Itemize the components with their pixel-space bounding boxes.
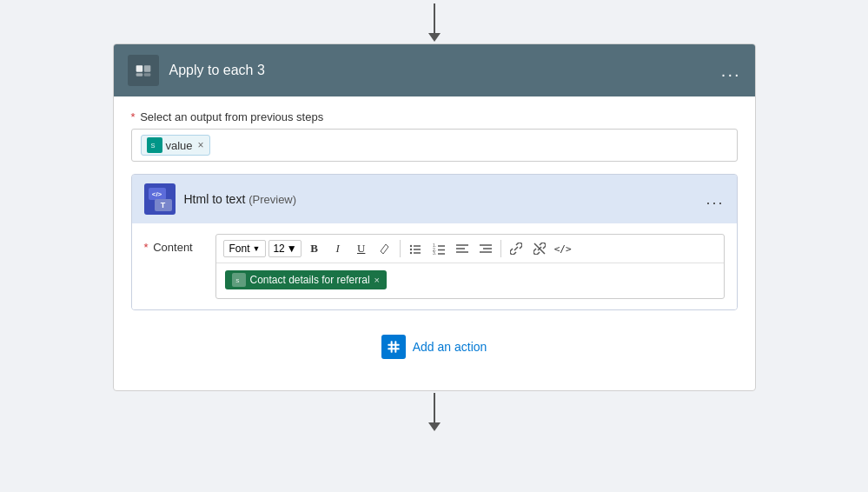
unlink-icon (533, 243, 546, 255)
inner-card-header: </> T Html to text (Preview) ... (132, 175, 737, 223)
svg-rect-1 (143, 65, 150, 72)
align-right-icon (480, 243, 492, 255)
inner-card-title: Html to text (Preview) (184, 192, 297, 206)
page-container: Apply to each 3 ... * Select an output f… (0, 0, 868, 492)
add-action-row[interactable]: Add an action (131, 310, 738, 376)
code-button[interactable]: </> (553, 238, 573, 259)
tag-close-button[interactable]: × (198, 139, 204, 151)
font-size-value: 12 (273, 243, 284, 255)
svg-text:S: S (235, 277, 239, 283)
svg-text:S: S (150, 142, 155, 150)
unordered-list-button[interactable] (405, 238, 426, 259)
card-body: * Select an output from previous steps S… (114, 96, 755, 390)
add-action-icon (381, 335, 406, 359)
code-label: </> (554, 243, 572, 255)
inner-card-body: * Content Font ▼ (132, 223, 737, 309)
svg-rect-3 (143, 73, 150, 76)
svg-rect-0 (136, 65, 142, 72)
card-menu-button[interactable]: ... (721, 61, 741, 81)
icon-bottom: T (155, 199, 172, 211)
unlink-button[interactable] (529, 238, 550, 259)
add-icon-svg (387, 340, 401, 354)
svg-rect-29 (394, 341, 396, 352)
font-select[interactable]: Font ▼ (223, 240, 267, 257)
sharepoint-tag-icon: S (147, 137, 162, 153)
html-to-text-card: </> T Html to text (Preview) ... (131, 174, 738, 310)
svg-point-6 (409, 245, 411, 247)
ordered-list-button[interactable]: 1. 2. 3. (428, 238, 449, 259)
link-button[interactable] (506, 238, 527, 259)
card-header-left: Apply to each 3 (128, 55, 265, 86)
svg-line-5 (381, 251, 383, 254)
editor-content[interactable]: S Contact details for referral × (216, 263, 724, 298)
svg-rect-2 (136, 73, 142, 76)
arrow-line-top (434, 3, 435, 33)
arrow-head-bottom (428, 422, 441, 431)
highlight-button[interactable] (374, 238, 395, 259)
tag-text: value (166, 139, 193, 152)
arrow-head-top (428, 33, 441, 42)
svg-rect-26 (388, 344, 399, 346)
underline-button[interactable]: U (351, 238, 372, 259)
svg-rect-27 (388, 348, 399, 349)
inner-card-menu-button[interactable]: ... (706, 190, 724, 209)
svg-point-8 (409, 252, 411, 254)
svg-point-7 (409, 249, 411, 250)
content-required: * (144, 241, 149, 254)
editor-box[interactable]: Font ▼ 12 ▼ B (215, 234, 725, 299)
arrow-bottom (428, 393, 441, 431)
sharepoint-svg: S (149, 140, 160, 150)
add-action-label: Add an action (413, 340, 487, 354)
loop-icon (128, 55, 159, 86)
required-marker: * (131, 110, 136, 123)
bold-button[interactable]: B (304, 238, 325, 259)
toolbar-divider-1 (400, 240, 401, 257)
svg-text:3.: 3. (433, 250, 436, 255)
card-header: Apply to each 3 ... (114, 44, 755, 96)
font-size-select[interactable]: 12 ▼ (268, 240, 301, 257)
unordered-list-icon (409, 243, 421, 255)
icon-top: </> (149, 188, 166, 200)
card-title: Apply to each 3 (169, 63, 265, 78)
preview-tag: (Preview) (248, 193, 296, 206)
svg-rect-28 (390, 341, 392, 352)
font-chevron-icon: ▼ (253, 244, 261, 253)
editor-toolbar: Font ▼ 12 ▼ B (216, 235, 724, 263)
align-right-button[interactable] (475, 238, 496, 259)
toolbar-divider-2 (500, 240, 501, 257)
font-size-chevron-icon: ▼ (287, 243, 297, 255)
html-to-text-icon: </> T (144, 183, 176, 215)
font-label: Font (229, 243, 250, 255)
arrow-line-bottom (434, 393, 435, 422)
arrow-top (428, 0, 441, 42)
content-row: * Content Font ▼ (144, 234, 725, 299)
content-tag-close-button[interactable]: × (374, 275, 380, 285)
link-icon (510, 243, 522, 255)
content-tag-text: Contact details for referral (250, 274, 370, 286)
inner-card-header-left: </> T Html to text (Preview) (144, 183, 297, 215)
loop-svg (135, 62, 152, 79)
pen-icon (379, 243, 391, 255)
select-output-label: * Select an output from previous steps (131, 110, 738, 123)
italic-button[interactable]: I (328, 238, 348, 259)
sp-icon-svg: S (235, 276, 243, 284)
content-tag: S Contact details for referral × (225, 270, 388, 289)
content-label: * Content (144, 234, 205, 254)
align-left-icon (456, 243, 468, 255)
content-tag-sp-icon: S (232, 273, 246, 287)
main-card: Apply to each 3 ... * Select an output f… (113, 43, 756, 391)
select-output-input[interactable]: S value × (131, 129, 738, 162)
value-tag: S value × (141, 135, 210, 156)
align-left-button[interactable] (452, 238, 473, 259)
ordered-list-icon: 1. 2. 3. (433, 243, 445, 255)
